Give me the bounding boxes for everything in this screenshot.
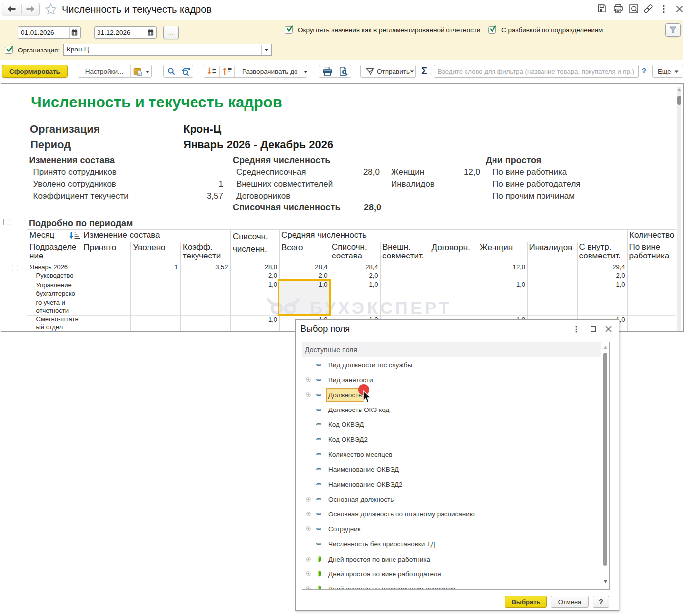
svg-text:БУХЭКСПЕРТ: БУХЭКСПЕРТ bbox=[310, 298, 450, 317]
